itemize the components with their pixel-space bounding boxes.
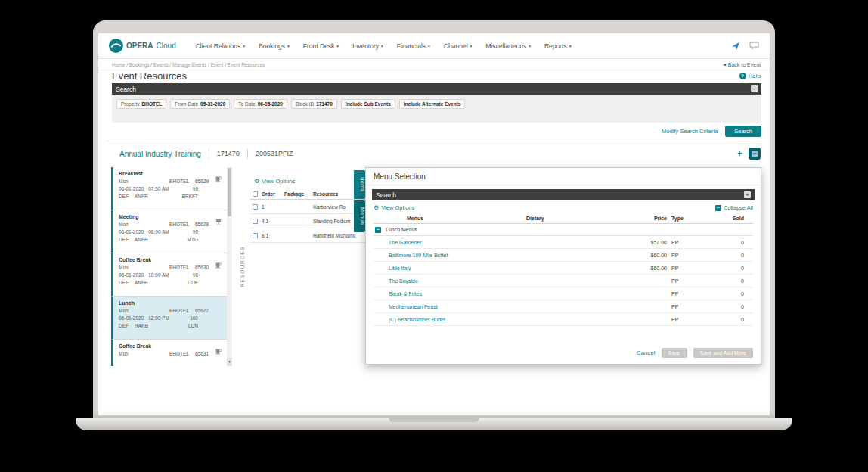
events-scrollbar[interactable]: ▾ <box>227 167 232 366</box>
search-panel-header[interactable]: Search − <box>112 83 761 95</box>
dialog-footer: Cancel Save Save and Add More <box>637 348 753 358</box>
event-card-meeting[interactable]: Meeting MonBHOTEL65628 06-01-202008:00 A… <box>111 210 227 253</box>
nav-item-miscellaneous[interactable]: Miscellaneous▾ <box>485 42 531 50</box>
column-sold: Sold <box>708 216 753 221</box>
app-window: OPERA Cloud Client Relations▾ Bookings▾ … <box>98 33 770 415</box>
collapse-group-icon[interactable]: − <box>375 227 381 233</box>
menu-view-options[interactable]: ⚙ View Options <box>374 204 414 211</box>
event-code: ANFR <box>135 236 148 244</box>
event-name-link[interactable]: Annual Industry Training <box>119 150 201 158</box>
panel-toggle-button[interactable]: ▤ <box>749 148 761 160</box>
event-date: 06-01-2020 <box>119 185 144 193</box>
search-actions: Modify Search Criteria Search <box>662 124 761 138</box>
collapse-all-link[interactable]: − Collapse All <box>715 204 753 211</box>
nav-item-financials[interactable]: Financials▾ <box>397 42 430 50</box>
menu-name-link[interactable]: Baltimore 100 Mile Buffet <box>374 253 526 258</box>
plus-icon[interactable]: + <box>737 148 742 159</box>
event-hotel: BHOTEL <box>169 178 189 185</box>
collapse-all-label: Collapse All <box>724 204 753 211</box>
event-id: 65628 <box>195 221 209 228</box>
event-day: Mon <box>119 307 129 315</box>
scrollbar-thumb[interactable] <box>228 168 231 216</box>
column-order: Order <box>262 191 284 197</box>
include-sub-events-toggle[interactable]: Include Sub Events <box>341 99 395 109</box>
menu-type: PP <box>667 278 708 284</box>
menu-name-link[interactable]: The Bayside <box>374 278 526 284</box>
row-checkbox[interactable] <box>253 233 258 238</box>
back-to-event-link[interactable]: ◀ Back to Event <box>723 62 761 67</box>
menu-name-link[interactable]: Steak & Frites <box>374 291 526 297</box>
block-id-field[interactable]: Block ID 171470 <box>291 99 337 109</box>
row-checkbox[interactable] <box>253 219 258 224</box>
column-dietary: Dietary <box>526 216 625 221</box>
chat-bubble-icon[interactable] <box>749 42 759 50</box>
menu-group-row[interactable]: − Lunch Menus <box>374 224 753 236</box>
opera-cloud-logo[interactable]: OPERA Cloud <box>109 39 176 53</box>
event-attendees: 90 <box>193 272 198 279</box>
send-icon[interactable] <box>731 42 740 51</box>
menu-row[interactable]: Little Italy $60.00 PP 0 <box>374 262 753 275</box>
back-to-event-label: Back to Event <box>728 62 761 67</box>
menu-row[interactable]: The Gardener $52.00 PP 0 <box>374 236 753 249</box>
menu-name-link[interactable]: The Gardener <box>374 240 526 245</box>
menu-name-link[interactable]: Little Italy <box>374 266 526 271</box>
help-link[interactable]: ? Help <box>739 73 761 79</box>
from-date-field[interactable]: From Date 05-31-2020 <box>170 99 230 109</box>
dialog-search-header[interactable]: Search + <box>372 189 755 200</box>
scroll-down-icon[interactable]: ▾ <box>227 358 232 366</box>
nav-item-reports[interactable]: Reports▾ <box>544 42 572 50</box>
row-checkbox[interactable] <box>253 204 258 210</box>
resource-row[interactable]: 4.1 Standing Podium <box>250 214 365 228</box>
collapse-panel-icon[interactable]: − <box>751 85 758 92</box>
event-title: Coffee Break <box>119 257 222 262</box>
include-alternate-events-toggle[interactable]: Include Alternate Events <box>399 99 466 109</box>
to-date-field[interactable]: To Date 06-05-2020 <box>234 99 287 109</box>
expand-panel-icon[interactable]: + <box>744 191 751 198</box>
menu-name-link[interactable]: (C) Beachcomber Buffet <box>374 317 526 322</box>
select-all-checkbox[interactable] <box>253 191 258 197</box>
search-button[interactable]: Search <box>725 126 761 137</box>
cancel-link[interactable]: Cancel <box>637 349 656 356</box>
menu-name-link[interactable]: Mediterranean Feast <box>374 304 526 309</box>
resource-row[interactable]: 8.1 Handheld Micropho <box>250 228 365 243</box>
coffee-cup-icon <box>215 344 222 358</box>
modify-search-criteria-link[interactable]: Modify Search Criteria <box>662 128 718 135</box>
event-card-coffee-break-2[interactable]: Coffee Break MonBHOTEL65631 <box>111 340 227 366</box>
coffee-cup-icon <box>215 258 222 272</box>
event-card-coffee-break-1[interactable]: Coffee Break MonBHOTEL65630 06-01-202010… <box>111 253 227 297</box>
menus-table: Menus Dietary Price Type Sold − Lunch Me… <box>374 213 753 326</box>
event-card-breakfast[interactable]: Breakfast MonBHOTEL65629 06-01-202007:30… <box>111 167 227 210</box>
breadcrumb[interactable]: Home / Bookings / Events / Manage Events… <box>112 62 265 67</box>
property-field[interactable]: Property BHOTEL <box>116 99 166 109</box>
caret-down-icon: ▾ <box>569 44 572 48</box>
event-header-actions: + ▤ <box>737 148 761 160</box>
save-and-add-more-button[interactable]: Save and Add More <box>693 348 754 358</box>
event-title: Breakfast <box>119 171 222 176</box>
menu-row[interactable]: Steak & Frites PP 0 <box>374 287 753 300</box>
event-id: 65630 <box>195 264 209 272</box>
opera-logo-icon <box>109 39 123 53</box>
nav-item-inventory[interactable]: Inventory▾ <box>352 42 383 50</box>
menu-sold: 0 <box>708 317 753 322</box>
caret-down-icon: ▾ <box>470 44 473 48</box>
menu-row[interactable]: The Bayside PP 0 <box>374 275 753 287</box>
menu-row[interactable]: (C) Beachcomber Buffet PP 0 <box>374 313 753 326</box>
menu-row[interactable]: Baltimore 100 Mile Buffet $60.00 PP 0 <box>374 249 753 262</box>
events-list-panel: Breakfast MonBHOTEL65629 06-01-202007:30… <box>111 167 232 366</box>
nav-item-client-relations[interactable]: Client Relations▾ <box>196 42 245 50</box>
resources-view-options[interactable]: ⚙ View Options <box>254 178 365 185</box>
tab-items[interactable]: Items <box>354 170 365 199</box>
nav-item-front-desk[interactable]: Front Desk▾ <box>303 42 339 50</box>
nav-item-bookings[interactable]: Bookings▾ <box>259 42 290 50</box>
field-label: Property <box>121 101 140 107</box>
nav-item-label: Reports <box>544 42 567 50</box>
save-button[interactable]: Save <box>662 348 687 358</box>
tab-menus[interactable]: Menus <box>354 200 365 232</box>
top-nav: OPERA Cloud Client Relations▾ Bookings▾ … <box>98 33 770 59</box>
field-label: Block ID <box>296 101 314 107</box>
menu-row[interactable]: Mediterranean Feast PP 0 <box>374 300 753 313</box>
field-label: Include Sub Events <box>346 101 391 107</box>
event-card-lunch-selected[interactable]: Lunch MonBHOTEL65627 06-01-202012:00 PM1… <box>111 297 227 340</box>
nav-item-channel[interactable]: Channel▾ <box>444 42 472 50</box>
resource-row[interactable]: 1 Harborview Ro <box>250 200 365 214</box>
